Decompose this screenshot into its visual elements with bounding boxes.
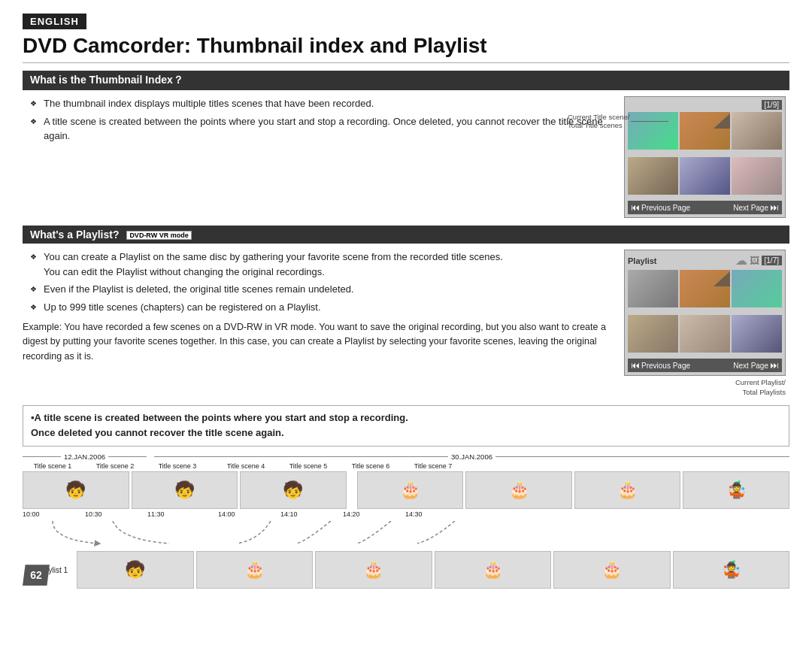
thumb-p1 (628, 270, 678, 307)
note-box: ▪A title scene is created between the po… (23, 405, 789, 447)
panel1-page-num: [1/9] (762, 100, 782, 110)
section2-panel-container: Playlist ☁ 🖼 [1/7] (624, 250, 789, 398)
playlist-thumb-5: 🎂 (553, 551, 671, 589)
time-7: 14:30 (405, 510, 465, 518)
section2-content: You can create a Playlist on the same di… (23, 250, 617, 398)
scene-thumb-3: 🧒 (240, 471, 347, 509)
time-1: 10:00 (23, 510, 83, 518)
bullet-item: Up to 999 title scenes (chapters) can be… (30, 300, 617, 315)
playlist-thumb-6: 🤹 (673, 551, 790, 589)
section1-panel-container: Current Title scene/Total Title scenes [… (624, 96, 789, 218)
note-line1: ▪A title scene is created between the po… (31, 412, 408, 423)
bullet-item: A title scene is created between the poi… (30, 114, 617, 144)
page-number: 62 (23, 565, 50, 586)
panel2-prev-btn[interactable]: ⏮ Previous Page (631, 360, 690, 371)
scene-label-3: Title scene 3 (147, 462, 208, 470)
panel2-label: Playlist (628, 256, 657, 265)
date2-label: 30.JAN.2006 (448, 453, 495, 461)
playlist-thumb-4: 🎂 (435, 551, 552, 589)
time-3: 11:30 (147, 510, 208, 518)
time-4: 14:00 (218, 510, 278, 518)
thumb-4 (628, 157, 678, 195)
section1-header: What is the Thumbnail Index？ (23, 71, 789, 90)
example-paragraph: Example: You have recorded a few scenes … (23, 320, 617, 364)
date1-label: 12.JAN.2006 (61, 453, 108, 461)
scene-label-1: Title scene 1 (23, 462, 83, 470)
playlist-thumb-3: 🎂 (315, 551, 432, 589)
bullet-item: You can create a Playlist on the same di… (30, 250, 617, 279)
scene-thumb-7: 🤹 (683, 471, 789, 509)
section1-content: The thumbnail index displays multiple ti… (23, 96, 617, 218)
bullet-item: The thumbnail index displays multiple ti… (30, 96, 617, 111)
section1-bullets: The thumbnail index displays multiple ti… (23, 96, 617, 144)
prev-page-btn[interactable]: ⏮ Previous Page (631, 202, 690, 213)
playlist-thumb-1: 🧒 (77, 551, 194, 589)
scene-thumb-2: 🧒 (132, 471, 238, 509)
thumbnail-panel-2: Playlist ☁ 🖼 [1/7] (624, 250, 786, 376)
panel1-footer: ⏮ Previous Page Next Page ⏭ (628, 201, 782, 214)
time-6: 14:20 (343, 510, 403, 518)
time-2: 10:30 (85, 510, 145, 518)
scene-thumb-1: 🧒 (23, 471, 129, 509)
section1: What is the Thumbnail Index？ The thumbna… (23, 71, 789, 218)
annotation-title-scene: Current Title scene/Total Title scenes (568, 113, 629, 129)
thumb-2 (680, 112, 730, 150)
thumb-p5 (680, 315, 730, 353)
english-badge: ENGLISH (23, 14, 86, 29)
scene-label-2: Title scene 2 (85, 462, 145, 470)
panel2-page-num: [1/7] (762, 256, 782, 265)
panel2-next-btn[interactable]: Next Page ⏭ (733, 360, 779, 371)
thumb-3 (732, 112, 782, 150)
section2-header: What's a Playlist? DVD-RW VR mode (23, 226, 789, 244)
playlist-thumb-2: 🎂 (196, 551, 314, 589)
scene-label-5: Title scene 5 (278, 462, 338, 470)
section2: What's a Playlist? DVD-RW VR mode You ca… (23, 226, 789, 398)
thumb-p6 (732, 315, 782, 353)
scene-label-4: Title scene 4 (216, 462, 276, 470)
scene-label-7: Title scene 7 (403, 462, 463, 470)
time-5: 14:10 (280, 510, 341, 518)
scene-thumb-4: 🎂 (357, 471, 464, 509)
timeline-arrows (23, 521, 534, 548)
thumb-p4 (628, 315, 678, 353)
panel2-annotation: Current Playlist/Total Playlists (624, 377, 786, 398)
dvd-badge: DVD-RW VR mode (126, 231, 191, 240)
bullet-item: Even if the Playlist is deleted, the ori… (30, 282, 617, 297)
section2-bullets: You can create a Playlist on the same di… (23, 250, 617, 314)
next-page-btn[interactable]: Next Page ⏭ (733, 202, 779, 213)
scene-thumb-6: 🎂 (574, 471, 681, 509)
thumb-p3 (732, 270, 782, 307)
timeline-section: 12.JAN.2006 30.JAN.2006 Title scene 1 Ti… (23, 453, 789, 589)
thumb-6 (732, 157, 782, 195)
scene-label-6: Title scene 6 (341, 462, 401, 470)
thumb-p2 (680, 270, 730, 307)
panel2-footer: ⏮ Previous Page Next Page ⏭ (628, 359, 782, 372)
scene-thumb-5: 🎂 (465, 471, 572, 509)
note-line2: Once deleted you cannot recover the titl… (31, 427, 284, 438)
page-title: DVD Camcorder: Thumbnail index and Playl… (23, 34, 789, 63)
thumb-5 (680, 157, 730, 195)
